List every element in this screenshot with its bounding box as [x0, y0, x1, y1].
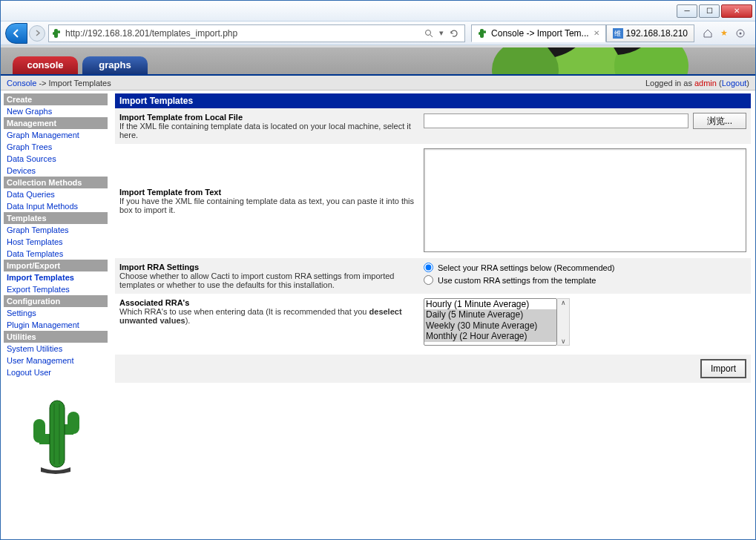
window-maximize-button[interactable]: ☐ [699, 4, 720, 18]
row-import-text: Import Template from Text If you have th… [115, 144, 751, 258]
svg-point-11 [492, 47, 559, 76]
tools-icon[interactable] [734, 27, 746, 39]
nav-import-templates[interactable]: Import Templates [4, 271, 108, 283]
rra-option-daily[interactable]: Daily (5 Minute Average) [424, 309, 556, 320]
nav-user-management[interactable]: User Management [4, 355, 108, 366]
nav-header-impexp: Import/Export [4, 260, 108, 271]
header-decoration [481, 47, 696, 76]
label-associated-rra: Associated RRA's [119, 298, 189, 307]
nav-sidebar: Create New Graphs Management Graph Manag… [1, 90, 111, 478]
nav-header-collection: Collection Methods [4, 177, 108, 188]
window-titlebar: ─ ☐ ✕ [1, 1, 755, 22]
nav-new-graphs[interactable]: New Graphs [4, 105, 108, 117]
favorites-icon[interactable]: ★ [718, 27, 730, 39]
browser-tab-1[interactable]: Console -> Import Tem... ✕ [471, 24, 606, 42]
rra-option-hourly[interactable]: Hourly (1 Minute Average) [424, 299, 556, 309]
row-associated-rra: Associated RRA's Which RRA's to use when… [115, 294, 751, 350]
svg-point-3 [426, 30, 431, 35]
address-bar[interactable]: ▾ [48, 24, 465, 42]
breadcrumb-console-link[interactable]: Console [7, 79, 36, 88]
radio-rra-select-below[interactable] [424, 263, 433, 272]
desc-associated-rra-a: Which RRA's to use when entering data (I… [119, 307, 369, 316]
desc-import-file: If the XML file containing template data… [119, 122, 411, 139]
logout-link[interactable]: Logout [722, 79, 747, 88]
forward-arrow-icon [34, 30, 41, 36]
login-prefix: Logged in as [645, 79, 694, 88]
form-footer: Import [115, 355, 751, 383]
label-import-file: Import Template from Local File [119, 113, 243, 122]
browser-tabs: Console -> Import Tem... ✕ 维 192.168.18.… [471, 24, 694, 42]
radio-label-custom: Use custom RRA settings from the templat… [438, 276, 596, 285]
svg-rect-2 [58, 30, 60, 33]
radio-label-select-below: Select your RRA settings below (Recommen… [438, 263, 614, 272]
home-icon[interactable] [702, 27, 714, 39]
browser-tab-2[interactable]: 维 192.168.18.210 [606, 24, 694, 42]
nav-plugin-management[interactable]: Plugin Management [4, 319, 108, 331]
cacti-logo [26, 393, 85, 475]
desc-associated-rra-c: ). [185, 316, 191, 325]
forward-button[interactable] [29, 25, 45, 42]
nav-system-utilities[interactable]: System Utilities [4, 343, 108, 355]
nav-graph-trees[interactable]: Graph Trees [4, 141, 108, 153]
address-bar-controls: ▾ [421, 28, 461, 38]
rra-multiselect[interactable]: Hourly (1 Minute Average) Daily (5 Minut… [424, 298, 557, 346]
browse-button[interactable]: 浏览... [693, 113, 746, 129]
nav-data-queries[interactable]: Data Queries [4, 188, 108, 200]
row-rra-settings: Import RRA Settings Choose whether to al… [115, 258, 751, 294]
breadcrumb-sep: -> [36, 79, 48, 88]
nav-header-management: Management [4, 117, 108, 129]
favicon-icon [478, 28, 488, 39]
main-panel: Import Templates Import Template from Lo… [111, 90, 755, 478]
tab-close-icon[interactable]: ✕ [594, 29, 599, 37]
nav-logout-user[interactable]: Logout User [4, 366, 108, 378]
svg-rect-7 [484, 30, 486, 33]
window-close-button[interactable]: ✕ [721, 4, 752, 18]
rra-option-weekly[interactable]: Weekly (30 Minute Average) [424, 320, 556, 331]
svg-rect-6 [479, 32, 481, 35]
desc-rra-settings: Choose whether to allow Cacti to import … [119, 271, 394, 289]
window-minimize-button[interactable]: ─ [677, 4, 697, 18]
svg-rect-1 [53, 32, 55, 35]
nav-header-create: Create [4, 93, 108, 105]
browser-window: ─ ☐ ✕ ▾ Console -> Import Tem... ✕ [0, 0, 756, 540]
nav-data-sources[interactable]: Data Sources [4, 153, 108, 165]
svg-rect-15 [39, 434, 54, 444]
breadcrumb-current: Import Templates [49, 79, 111, 88]
back-button[interactable] [5, 23, 27, 44]
import-text-textarea[interactable] [424, 148, 746, 252]
refresh-icon[interactable] [450, 29, 458, 38]
tab-console[interactable]: console [13, 56, 78, 74]
dropdown-icon[interactable]: ▾ [439, 28, 444, 38]
nav-data-input[interactable]: Data Input Methods [4, 200, 108, 212]
svg-line-4 [430, 35, 433, 37]
nav-graph-templates[interactable]: Graph Templates [4, 224, 108, 236]
url-input[interactable] [65, 26, 421, 41]
breadcrumb-bar: Console -> Import Templates Logged in as… [1, 76, 755, 90]
scroll-down-icon[interactable]: ∨ [561, 338, 566, 345]
nav-devices[interactable]: Devices [4, 165, 108, 177]
scroll-up-icon[interactable]: ∧ [561, 299, 566, 306]
nav-header-config: Configuration [4, 295, 108, 307]
tab-graphs[interactable]: graphs [82, 56, 148, 74]
nav-data-templates[interactable]: Data Templates [4, 248, 108, 260]
nav-header-templates: Templates [4, 212, 108, 224]
file-path-input[interactable] [424, 113, 688, 128]
main-layout: Create New Graphs Management Graph Manag… [1, 90, 755, 478]
label-rra-settings: Import RRA Settings [119, 263, 199, 271]
nav-settings[interactable]: Settings [4, 307, 108, 319]
svg-rect-17 [60, 424, 73, 435]
multiselect-scrollbar[interactable]: ∧∨ [557, 298, 570, 346]
login-user-link[interactable]: admin [694, 79, 717, 88]
favicon-icon [52, 28, 62, 39]
rra-option-monthly[interactable]: Monthly (2 Hour Average) [424, 331, 556, 341]
tab-title: 192.168.18.210 [626, 28, 688, 39]
search-icon[interactable] [424, 29, 433, 38]
import-button[interactable]: Import [700, 359, 746, 378]
nav-header-utilities: Utilities [4, 331, 108, 343]
login-info: Logged in as admin (Logout) [645, 79, 749, 88]
label-import-text: Import Template from Text [119, 188, 221, 197]
radio-rra-custom[interactable] [424, 275, 433, 285]
nav-export-templates[interactable]: Export Templates [4, 283, 108, 295]
nav-graph-management[interactable]: Graph Management [4, 129, 108, 141]
nav-host-templates[interactable]: Host Templates [4, 236, 108, 248]
